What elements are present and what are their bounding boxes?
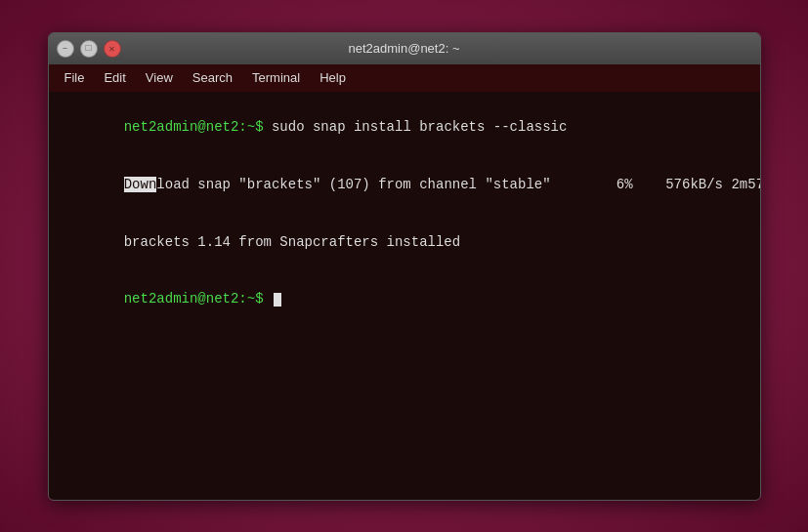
title-bar: – □ ✕ net2admin@net2: ~ [49,33,760,64]
desktop: – □ ✕ net2admin@net2: ~ File Edit View S… [0,0,808,532]
prompt-1: net2admin@net2:~$ [124,119,272,135]
command-1: sudo snap install brackets --classic [272,119,567,135]
terminal-line-4: net2admin@net2:~$ [59,271,750,329]
menu-view[interactable]: View [138,67,181,88]
window-controls[interactable]: – □ ✕ [57,40,121,58]
cursor [274,293,281,307]
maximize-button[interactable]: □ [80,40,98,58]
terminal-body[interactable]: net2admin@net2:~$ sudo snap install brac… [49,92,760,500]
terminal-window: – □ ✕ net2admin@net2: ~ File Edit View S… [48,32,761,501]
close-button[interactable]: ✕ [104,40,121,58]
terminal-line-2: Download snap "brackets" (107) from chan… [59,156,750,214]
prompt-2: net2admin@net2:~$ [124,291,272,307]
minimize-button[interactable]: – [57,40,74,58]
menu-search[interactable]: Search [185,67,240,88]
download-rest: load snap "brackets" (107) from channel … [156,177,550,192]
terminal-line-3: brackets 1.14 from Snapcrafters installe… [59,214,750,271]
menu-bar: File Edit View Search Terminal Help [49,64,760,92]
menu-file[interactable]: File [57,67,93,88]
terminal-line-1: net2admin@net2:~$ sudo snap install brac… [59,100,750,157]
menu-terminal[interactable]: Terminal [244,67,308,88]
window-title: net2admin@net2: ~ [121,41,688,56]
download-progress: 6% 576kB/s 2m57s [551,177,760,192]
installed-msg: brackets 1.14 from Snapcrafters installe… [124,234,460,250]
menu-help[interactable]: Help [312,67,354,88]
menu-edit[interactable]: Edit [96,67,133,88]
download-highlight: Down [124,177,157,192]
